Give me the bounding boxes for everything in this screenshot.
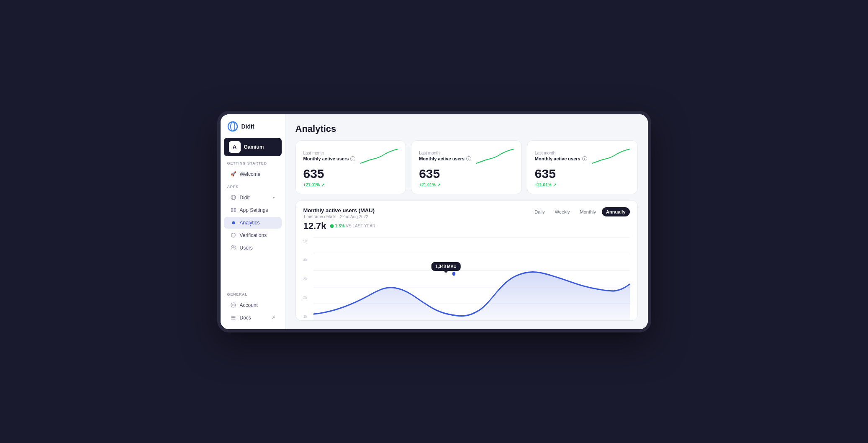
svg-rect-6	[231, 211, 233, 213]
y-label-5k: 5k	[303, 239, 308, 243]
mau-line-chart	[313, 237, 630, 320]
stat-value: 635	[303, 167, 398, 180]
info-icon: i	[582, 156, 587, 161]
mini-chart	[592, 147, 630, 165]
logo-icon	[227, 121, 238, 132]
y-label-3k: 3k	[303, 277, 308, 281]
svg-rect-14	[231, 317, 236, 318]
svg-rect-7	[234, 211, 236, 213]
svg-rect-4	[231, 208, 233, 210]
stat-period: Last month	[535, 151, 587, 155]
chart-change-badge: 1.3% VS LAST YEAR	[330, 224, 376, 228]
stat-label-row: Last month Monthly active users i	[303, 147, 398, 165]
section-label-apps: APPS	[221, 185, 285, 191]
chart-header: Monthly active users (MAU) Timeframe det…	[303, 207, 630, 232]
stat-label-row: Last month Monthly active users i	[419, 147, 514, 165]
svg-point-12	[233, 304, 234, 306]
y-label-2k: 2k	[303, 296, 308, 300]
chart-big-value: 12.7k 1.3% VS LAST YEAR	[303, 221, 376, 232]
main-content: Analytics Last month Monthly active user…	[285, 114, 648, 329]
tf-annually-button[interactable]: Annually	[602, 207, 629, 216]
chart-title: Monthly active users (MAU)	[303, 207, 376, 214]
chart-svg-wrap	[313, 237, 630, 320]
sidebar-item-didit-app[interactable]: Didit ▾	[224, 192, 282, 203]
sidebar-item-label: Docs	[240, 315, 251, 321]
docs-icon	[231, 315, 236, 321]
sidebar-item-label: Welcome	[240, 171, 261, 177]
timeframe-buttons: Daily Weekly Monthly Annually	[530, 207, 629, 216]
account-icon	[231, 302, 236, 308]
org-name: Gamium	[244, 144, 264, 150]
mau-chart-section: Monthly active users (MAU) Timeframe det…	[295, 200, 638, 321]
chevron-down-icon: ▾	[273, 196, 275, 200]
sidebar-item-label: Analytics	[240, 220, 260, 226]
svg-point-9	[231, 246, 234, 248]
stat-change: +21.01% ↗	[419, 183, 514, 187]
info-icon: i	[350, 156, 355, 161]
stat-card-0: Last month Monthly active users i	[295, 140, 406, 194]
svg-rect-5	[234, 208, 236, 210]
stat-label-row: Last month Monthly active users i	[535, 147, 630, 165]
logo-area: Didit	[221, 121, 285, 138]
sidebar-item-label: Didit	[240, 195, 250, 201]
tf-weekly-button[interactable]: Weekly	[551, 207, 574, 216]
stat-card-2: Last month Monthly active users i 635 +2…	[527, 140, 638, 194]
grid-icon	[231, 207, 236, 213]
stat-metric-label: Monthly active users i	[303, 156, 356, 161]
y-label-1k: 1k	[303, 314, 308, 319]
org-avatar: A	[229, 141, 241, 153]
svg-point-8	[232, 221, 235, 224]
svg-rect-15	[231, 319, 236, 319]
svg-point-11	[231, 303, 236, 307]
stat-period: Last month	[419, 151, 471, 155]
sidebar-item-verifications[interactable]: Verifications	[224, 229, 282, 241]
mini-chart	[360, 147, 398, 165]
stat-change: +21.01% ↗	[303, 183, 398, 187]
mini-chart	[476, 147, 514, 165]
stat-value: 635	[419, 167, 514, 180]
y-label-4k: 4k	[303, 258, 308, 262]
sidebar: Didit A Gamium GETTING STARTED 🚀 Welcome…	[221, 114, 285, 329]
sidebar-item-analytics[interactable]: Analytics	[224, 217, 282, 229]
info-icon: i	[466, 156, 471, 161]
svg-point-22	[452, 271, 455, 276]
stat-cards-row: Last month Monthly active users i	[295, 140, 638, 194]
stat-metric-label: Monthly active users i	[535, 156, 587, 161]
tf-daily-button[interactable]: Daily	[530, 207, 549, 216]
sidebar-item-app-settings[interactable]: App Settings	[224, 204, 282, 216]
chart-y-labels: 5k 4k 3k 2k 1k	[303, 237, 308, 320]
svg-point-3	[232, 195, 234, 200]
sidebar-item-welcome[interactable]: 🚀 Welcome	[224, 168, 282, 180]
sidebar-item-docs[interactable]: Docs ↗	[224, 312, 282, 324]
stat-metric-label: Monthly active users i	[419, 156, 471, 161]
org-block[interactable]: A Gamium	[224, 138, 282, 156]
chart-subtitle: Timeframe details - 22nd Aug 2022	[303, 214, 376, 219]
trend-up-icon: ↗	[437, 183, 440, 187]
stat-card-1: Last month Monthly active users i 635 +2…	[411, 140, 522, 194]
stat-change: +21.01% ↗	[535, 183, 630, 187]
stat-value: 635	[535, 167, 630, 180]
sidebar-item-label: App Settings	[240, 207, 268, 213]
sidebar-item-label: Verifications	[240, 232, 267, 238]
rocket-icon: 🚀	[231, 171, 236, 177]
sidebar-item-account[interactable]: Account	[224, 299, 282, 311]
sidebar-item-label: Users	[240, 245, 253, 251]
users-icon	[231, 245, 236, 251]
shield-icon	[231, 232, 236, 238]
svg-rect-13	[231, 316, 236, 317]
svg-point-2	[231, 195, 236, 200]
device-frame: Didit A Gamium GETTING STARTED 🚀 Welcome…	[217, 111, 651, 332]
green-circle-icon	[330, 224, 334, 228]
sidebar-item-label: Account	[240, 302, 258, 308]
svg-point-16	[330, 224, 334, 228]
sidebar-item-users[interactable]: Users	[224, 242, 282, 254]
section-label-getting-started: GETTING STARTED	[221, 161, 285, 168]
stat-period: Last month	[303, 151, 356, 155]
circle-icon	[231, 195, 236, 201]
section-label-general: GENERAL	[221, 292, 285, 299]
analytics-dot-icon	[231, 220, 236, 226]
chart-title-area: Monthly active users (MAU) Timeframe det…	[303, 207, 376, 232]
tf-monthly-button[interactable]: Monthly	[576, 207, 601, 216]
svg-point-10	[234, 246, 236, 247]
logo-text: Didit	[241, 123, 254, 130]
